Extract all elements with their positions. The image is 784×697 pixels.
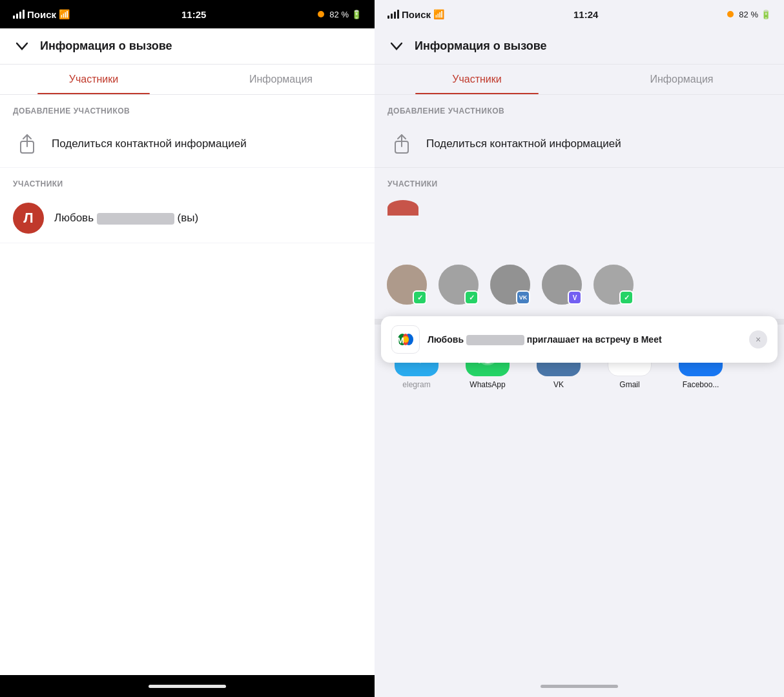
whatsapp-badge-0: ✓ bbox=[413, 290, 427, 305]
left-battery-area: 82 % 🔋 bbox=[318, 10, 362, 19]
left-home-bar bbox=[0, 675, 375, 697]
share-contact-text-right: Поделиться контактной информацией bbox=[426, 137, 621, 151]
right-wifi-icon: 📶 bbox=[433, 9, 444, 19]
right-content: ДОБАВЛЕНИЕ УЧАСТНИКОВ Поделиться контакт… bbox=[375, 95, 784, 675]
contact-avatar-1: ✓ bbox=[438, 265, 479, 305]
share-icon-left bbox=[13, 130, 41, 158]
contact-item-1[interactable]: ✓ bbox=[433, 265, 484, 308]
tab-info-left[interactable]: Информация bbox=[187, 65, 375, 94]
battery-icon: 🔋 bbox=[351, 10, 362, 19]
whatsapp-badge-4: ✓ bbox=[619, 290, 634, 305]
right-carrier-text: Поиск bbox=[402, 9, 431, 20]
r-bar3 bbox=[394, 12, 396, 19]
left-section-participants-label: УЧАСТНИКИ bbox=[0, 168, 375, 194]
left-panel: Поиск 📶 11:25 82 % 🔋 Информация о вызове… bbox=[0, 0, 375, 697]
right-header-title: Информация о вызове bbox=[415, 39, 547, 53]
contact-avatar-4: ✓ bbox=[593, 265, 634, 305]
contact-avatar-3: V bbox=[542, 265, 582, 305]
r-bar1 bbox=[387, 15, 389, 19]
right-signal-icon bbox=[387, 10, 399, 19]
signal-icon bbox=[13, 10, 25, 19]
contacts-share-row: ✓ ✓ VK bbox=[375, 254, 784, 319]
whatsapp-label: WhatsApp bbox=[469, 380, 505, 389]
bar4 bbox=[23, 10, 25, 19]
participant-name-redacted bbox=[97, 213, 174, 225]
notification-text-area: Любовь приглашает на встречу в Meet bbox=[428, 334, 741, 345]
right-carrier: Поиск 📶 bbox=[387, 9, 444, 20]
right-chevron-down-icon[interactable] bbox=[387, 37, 406, 56]
contact-item-2[interactable]: VK bbox=[484, 265, 536, 308]
share-icon-right bbox=[387, 130, 416, 158]
left-tabs: Участники Информация bbox=[0, 65, 375, 95]
left-header: Информация о вызове bbox=[0, 28, 375, 65]
right-battery-area: 82 % 🔋 bbox=[727, 10, 771, 19]
viber-badge-3: V bbox=[568, 290, 582, 305]
facebook-label: Faceboo... bbox=[683, 380, 719, 389]
vk-label: VK bbox=[553, 380, 564, 389]
right-orange-dot bbox=[727, 11, 734, 17]
bar1 bbox=[13, 15, 15, 19]
right-home-bar bbox=[375, 675, 784, 697]
contact-item-3[interactable]: V bbox=[536, 265, 588, 308]
right-time: 11:24 bbox=[573, 9, 598, 20]
notification-banner[interactable]: M Любовь приглашает на встречу в Meet × bbox=[381, 316, 778, 363]
participant-item-left[interactable]: Л Любовь (вы) bbox=[0, 194, 375, 243]
share-contact-item-left[interactable]: Поделиться контактной информацией bbox=[0, 121, 375, 168]
r-bar4 bbox=[397, 10, 399, 19]
wifi-icon: 📶 bbox=[59, 9, 70, 19]
tab-participants-left-label: Участники bbox=[69, 74, 118, 85]
spacer1 bbox=[375, 222, 784, 241]
whatsapp-badge-1: ✓ bbox=[464, 290, 479, 305]
left-header-title: Информация о вызове bbox=[40, 39, 172, 53]
tab-info-left-label: Информация bbox=[249, 74, 313, 85]
right-header: Информация о вызове bbox=[375, 28, 784, 65]
right-status-bar: Поиск 📶 11:24 82 % 🔋 bbox=[375, 0, 784, 28]
left-content: ДОБАВЛЕНИЕ УЧАСТНИКОВ Поделиться контакт… bbox=[0, 95, 375, 675]
share-contact-text-left: Поделиться контактной информацией bbox=[52, 137, 247, 151]
orange-dot bbox=[318, 11, 324, 17]
contact-item-4[interactable]: ✓ bbox=[588, 265, 639, 308]
participant-name-left: Любовь (вы) bbox=[54, 212, 198, 225]
notification-title: Любовь приглашает на встречу в Meet bbox=[428, 334, 662, 345]
left-carrier: Поиск 📶 bbox=[13, 9, 70, 20]
partial-avatar bbox=[387, 200, 418, 216]
contact-avatar-0: ✓ bbox=[387, 265, 427, 305]
left-status-bar: Поиск 📶 11:25 82 % 🔋 bbox=[0, 0, 375, 28]
right-battery: 82 % bbox=[739, 10, 758, 19]
right-battery-icon: 🔋 bbox=[761, 10, 771, 19]
tab-info-right[interactable]: Информация bbox=[579, 65, 784, 94]
left-carrier-text: Поиск bbox=[27, 9, 56, 20]
notif-name-redacted bbox=[466, 335, 524, 345]
bar2 bbox=[16, 14, 18, 19]
r-bar2 bbox=[391, 14, 393, 19]
telegram-label: elegram bbox=[402, 380, 430, 389]
tab-participants-left[interactable]: Участники bbox=[0, 65, 187, 94]
bar3 bbox=[19, 12, 21, 19]
avatar-initial: Л bbox=[23, 210, 33, 227]
gmail-label: Gmail bbox=[619, 380, 639, 389]
right-home-indicator bbox=[541, 685, 618, 688]
tab-participants-right[interactable]: Участники bbox=[375, 65, 579, 94]
left-section-add-label: ДОБАВЛЕНИЕ УЧАСТНИКОВ bbox=[0, 95, 375, 121]
left-home-indicator bbox=[149, 685, 226, 688]
vk-badge-2: VK bbox=[516, 290, 530, 305]
svg-text:M: M bbox=[397, 336, 404, 345]
right-panel: Поиск 📶 11:24 82 % 🔋 Информация о вызове… bbox=[375, 0, 784, 697]
left-time: 11:25 bbox=[181, 9, 206, 20]
contact-avatar-2: VK bbox=[490, 265, 530, 305]
right-section-add-label: ДОБАВЛЕНИЕ УЧАСТНИКОВ bbox=[375, 95, 784, 121]
google-meet-icon: M bbox=[391, 325, 420, 354]
tab-info-right-label: Информация bbox=[650, 74, 714, 85]
contact-item-0[interactable]: ✓ bbox=[381, 265, 433, 308]
share-contact-item-right[interactable]: Поделиться контактной информацией bbox=[375, 121, 784, 168]
chevron-down-icon[interactable] bbox=[13, 37, 31, 56]
notification-close-button[interactable]: × bbox=[749, 330, 767, 348]
left-battery: 82 % bbox=[329, 10, 349, 19]
tab-participants-right-label: Участники bbox=[452, 74, 501, 85]
right-tabs: Участники Информация bbox=[375, 65, 784, 95]
participant-avatar-left: Л bbox=[13, 203, 44, 234]
right-section-participants-label: УЧАСТНИКИ bbox=[375, 168, 784, 194]
participant-partial bbox=[375, 194, 784, 222]
